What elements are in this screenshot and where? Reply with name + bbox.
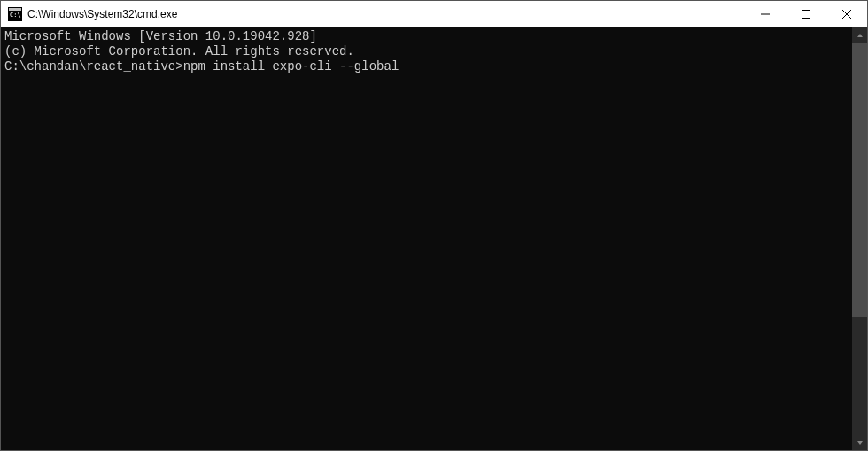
- minimize-icon: [761, 10, 770, 19]
- cmd-icon: C:\: [8, 7, 22, 21]
- terminal-line: (c) Microsoft Corporation. All rights re…: [4, 44, 849, 59]
- vertical-scrollbar[interactable]: [852, 27, 867, 450]
- scrollbar-thumb[interactable]: [852, 43, 867, 317]
- titlebar[interactable]: C:\ C:\Windows\System32\cmd.exe: [1, 1, 867, 27]
- cmd-window: C:\ C:\Windows\System32\cmd.exe: [0, 0, 868, 451]
- minimize-button[interactable]: [745, 1, 786, 27]
- terminal-line: Microsoft Windows [Version 10.0.19042.92…: [4, 29, 849, 44]
- close-icon: [842, 10, 851, 19]
- svg-text:C:\: C:\: [10, 12, 21, 19]
- terminal-prompt: C:\chandan\react_native>: [4, 59, 183, 74]
- terminal-command: npm install expo-cli --global: [183, 59, 399, 74]
- maximize-button[interactable]: [786, 1, 826, 27]
- terminal-output[interactable]: Microsoft Windows [Version 10.0.19042.92…: [1, 27, 852, 450]
- scrollbar-up-arrow[interactable]: [852, 27, 867, 43]
- chevron-up-icon: [856, 32, 864, 39]
- svg-rect-1: [9, 8, 21, 11]
- scrollbar-track[interactable]: [852, 43, 867, 435]
- content-area: Microsoft Windows [Version 10.0.19042.92…: [1, 27, 867, 450]
- scrollbar-down-arrow[interactable]: [852, 435, 867, 450]
- terminal-prompt-line: C:\chandan\react_native>npm install expo…: [4, 59, 849, 74]
- window-title: C:\Windows\System32\cmd.exe: [27, 8, 745, 20]
- window-controls: [745, 1, 867, 27]
- close-button[interactable]: [826, 1, 867, 27]
- chevron-down-icon: [856, 439, 864, 447]
- maximize-icon: [802, 10, 810, 19]
- svg-rect-4: [802, 11, 810, 19]
